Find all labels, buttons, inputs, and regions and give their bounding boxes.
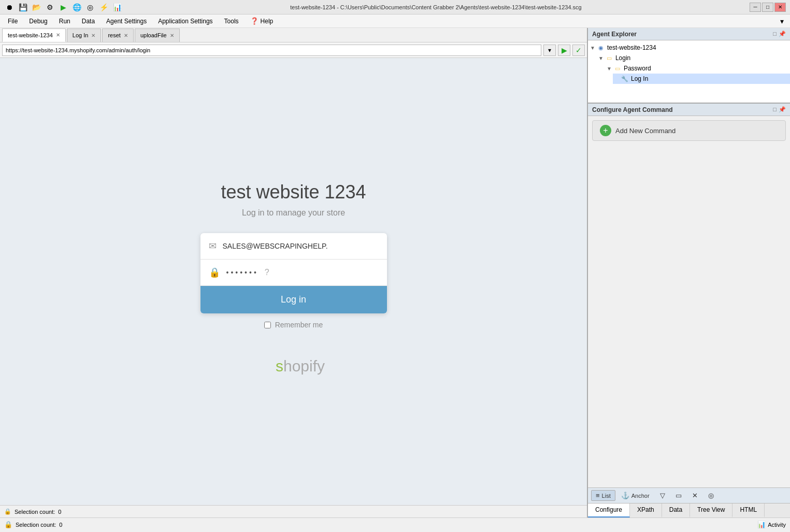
app-status-bar: 🔒 Selection count: 0 📊 Activity xyxy=(0,517,790,531)
toolbar-anchor-button[interactable]: ⚓ Anchor xyxy=(616,490,654,501)
target-icon[interactable]: ◎ xyxy=(85,2,95,12)
email-value: SALES@WEBSCRAPINGHELP. xyxy=(223,242,379,250)
toolbar-target-button[interactable]: ◎ xyxy=(703,490,719,501)
configure-restore[interactable]: □ xyxy=(773,106,777,113)
confirm-navigate-button[interactable]: ✓ xyxy=(572,45,585,56)
activity-label: Activity xyxy=(768,522,786,528)
tree-view: ▼ ◉ test-website-1234 ▼ ▭ Login ▼ ▭ Pass… xyxy=(588,40,790,103)
right-panel: Agent Explorer □ 📌 ▼ ◉ test-website-1234… xyxy=(588,28,790,517)
menu-data[interactable]: Data xyxy=(76,16,100,26)
menu-dropdown-arrow[interactable]: ▾ xyxy=(776,16,788,26)
minimize-button[interactable]: ─ xyxy=(750,3,761,12)
login-button[interactable]: Log in xyxy=(200,286,387,313)
maximize-button[interactable]: □ xyxy=(762,3,773,12)
title-bar-icons: ⏺ 💾 📂 ⚙ ▶ 🌐 ◎ ⚡ 📊 xyxy=(4,2,122,12)
svg-text:hopify: hopify xyxy=(283,357,325,375)
tab-test-website-1234[interactable]: test-website-1234 ✕ xyxy=(2,28,66,42)
save-icon[interactable]: 💾 xyxy=(18,2,28,12)
tab-close-2[interactable]: ✕ xyxy=(91,33,95,38)
btab-configure[interactable]: Configure xyxy=(588,504,630,517)
tab-close-1[interactable]: ✕ xyxy=(56,32,60,38)
tree-arrow-password: ▼ xyxy=(607,66,612,71)
menu-file[interactable]: File xyxy=(2,16,23,26)
main-layout: test-website-1234 ✕ Log In ✕ reset ✕ upl… xyxy=(0,28,790,517)
tree-item-password[interactable]: ▼ ▭ Password xyxy=(605,63,790,74)
tree-item-action-login[interactable]: ▶ 🔧 Log In xyxy=(613,74,790,84)
lightning-icon[interactable]: ⚡ xyxy=(98,2,109,12)
configure-panel: Configure Agent Command □ 📌 + Add New Co… xyxy=(588,104,790,517)
tab-uploadfile[interactable]: uploadFile ✕ xyxy=(135,28,180,42)
chart-icon[interactable]: 📊 xyxy=(112,2,122,12)
configure-pin[interactable]: 📌 xyxy=(779,106,786,113)
close-button[interactable]: ✕ xyxy=(774,3,786,12)
agent-explorer-header: Agent Explorer □ 📌 xyxy=(588,28,790,40)
password-field[interactable]: 🔒 ••••••• ? xyxy=(200,260,387,286)
toolbar-filter-button[interactable]: ▽ xyxy=(655,490,670,501)
agent-explorer-pin[interactable]: 📌 xyxy=(779,31,786,37)
toolbar-delete-button[interactable]: ✕ xyxy=(687,490,702,501)
settings-icon[interactable]: ⚙ xyxy=(45,2,55,12)
delete-icon: ✕ xyxy=(692,492,698,499)
activity-button[interactable]: 📊 Activity xyxy=(757,521,786,528)
crosshair-icon: ◎ xyxy=(708,492,714,499)
menu-bar: File Debug Run Data Agent Settings Appli… xyxy=(0,15,790,28)
menu-application-settings[interactable]: Application Settings xyxy=(152,16,218,26)
menu-help[interactable]: ❓ Help xyxy=(245,16,279,26)
bottom-toolbar: ≡ List ⚓ Anchor ▽ ▭ ✕ ◎ xyxy=(588,487,790,503)
btab-treeview[interactable]: Tree View xyxy=(690,504,732,517)
play-icon[interactable]: ▶ xyxy=(58,2,68,12)
menu-agent-settings[interactable]: Agent Settings xyxy=(100,16,152,26)
menu-tools[interactable]: Tools xyxy=(219,16,245,26)
toolbar-list-button[interactable]: ≡ List xyxy=(591,490,615,501)
list-icon: ≡ xyxy=(596,492,600,499)
login-card: ✉ SALES@WEBSCRAPINGHELP. 🔒 ••••••• ? Log… xyxy=(200,233,387,313)
status-selection-label: Selection count: xyxy=(16,522,56,528)
remember-me-checkbox[interactable] xyxy=(264,322,271,328)
open-icon[interactable]: 📂 xyxy=(31,2,41,12)
btab-html[interactable]: HTML xyxy=(732,504,765,517)
title-bar: ⏺ 💾 📂 ⚙ ▶ 🌐 ◎ ⚡ 📊 test-website-1234 - C:… xyxy=(0,0,790,15)
toolbar-rect-button[interactable]: ▭ xyxy=(671,490,686,501)
window-title: test-website-1234 - C:\Users\Public\Docu… xyxy=(122,4,750,10)
agent-explorer-title: Agent Explorer xyxy=(592,31,637,38)
tree-label-password: Password xyxy=(624,65,651,72)
agent-explorer: Agent Explorer □ 📌 ▼ ◉ test-website-1234… xyxy=(588,28,790,104)
btab-xpath[interactable]: XPath xyxy=(630,504,662,517)
add-command-button[interactable]: + Add New Command xyxy=(592,120,786,141)
menu-debug[interactable]: Debug xyxy=(23,16,53,26)
tree-arrow-login: ▼ xyxy=(598,55,604,61)
navigate-dropdown[interactable]: ▾ xyxy=(543,45,556,56)
password-help-icon[interactable]: ? xyxy=(265,268,269,277)
app-icon: ⏺ xyxy=(4,2,15,12)
plus-circle-icon: + xyxy=(600,125,611,136)
shopify-logo: s hopify xyxy=(257,352,330,382)
tree-item-root[interactable]: ▼ ◉ test-website-1234 xyxy=(588,42,790,53)
tabs-bar: test-website-1234 ✕ Log In ✕ reset ✕ upl… xyxy=(0,28,587,42)
tab-reset[interactable]: reset ✕ xyxy=(102,28,133,42)
configure-panel-buttons: □ 📌 xyxy=(773,106,786,113)
tab-close-4[interactable]: ✕ xyxy=(170,33,174,38)
btab-data[interactable]: Data xyxy=(662,504,690,517)
tree-label-login: Login xyxy=(615,54,630,62)
configure-panel-title: Configure Agent Command xyxy=(592,106,673,113)
address-input[interactable] xyxy=(2,45,541,56)
svg-text:s: s xyxy=(276,357,283,375)
tab-login[interactable]: Log In ✕ xyxy=(67,28,102,42)
tree-label-action-login: Log In xyxy=(631,75,648,82)
agent-explorer-restore[interactable]: □ xyxy=(773,31,777,37)
rect-icon: ▭ xyxy=(676,492,682,499)
status-selection-value: 0 xyxy=(59,522,62,528)
status-left: 🔒 Selection count: 0 xyxy=(4,521,62,528)
configure-content: + Add New Command xyxy=(588,116,790,487)
add-command-label: Add New Command xyxy=(615,127,676,135)
configure-panel-header: Configure Agent Command □ 📌 xyxy=(588,104,790,116)
action-icon-login: 🔧 xyxy=(621,75,629,83)
email-field[interactable]: ✉ SALES@WEBSCRAPINGHELP. xyxy=(200,233,387,260)
network-icon[interactable]: 🌐 xyxy=(71,2,82,12)
tree-item-login[interactable]: ▼ ▭ Login xyxy=(596,53,790,63)
site-title: test website 1234 xyxy=(221,181,366,203)
tab-close-3[interactable]: ✕ xyxy=(124,33,128,38)
menu-run[interactable]: Run xyxy=(53,16,76,26)
play-navigate-button[interactable]: ▶ xyxy=(558,45,570,56)
password-dots: ••••••• xyxy=(226,268,258,277)
